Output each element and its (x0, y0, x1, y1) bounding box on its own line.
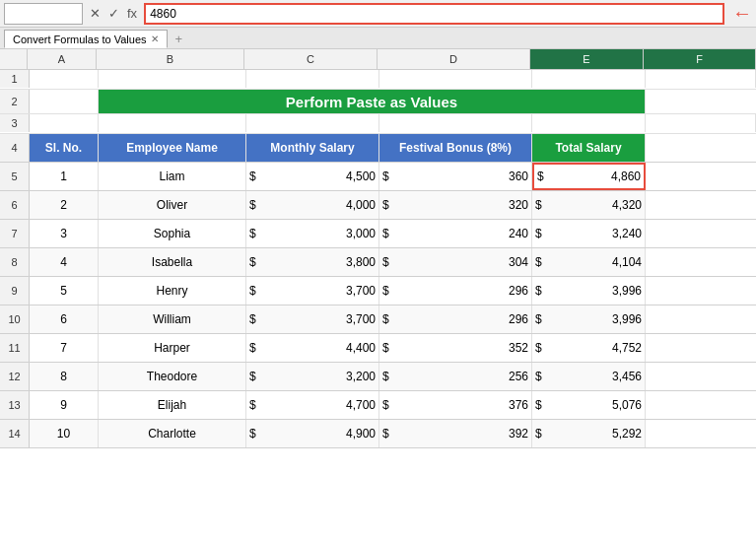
cell-bonus-7[interactable]: $240 (379, 220, 532, 247)
cell-bonus-10[interactable]: $296 (379, 305, 532, 333)
cell-bonus-14[interactable]: $392 (379, 420, 532, 447)
cell-total-10[interactable]: $3,996 (532, 305, 646, 333)
cell-total-11[interactable]: $4,752 (532, 334, 646, 362)
cell-b4[interactable]: Employee Name (99, 134, 246, 162)
data-rows: 5 1 Liam $4,500 $360 $4,860 6 2 Oliver $… (0, 163, 756, 448)
cell-sl-9[interactable]: 5 (30, 277, 99, 305)
row-3: 3 (0, 114, 756, 134)
cell-total-13[interactable]: $5,076 (532, 391, 646, 419)
row-11: 11 7 Harper $4,400 $352 $4,752 (0, 334, 756, 363)
col-header-b: B (97, 49, 244, 69)
row-13: 13 9 Elijah $4,700 $376 $5,076 (0, 391, 756, 420)
cell-c3[interactable] (246, 114, 379, 132)
cell-sl-11[interactable]: 7 (30, 334, 99, 362)
cell-total-7[interactable]: $3,240 (532, 220, 646, 247)
cell-name-12[interactable]: Theodore (99, 363, 246, 390)
formula-value: 4860 (150, 7, 176, 21)
rownum-8: 8 (0, 248, 30, 276)
function-icon[interactable]: fx (124, 6, 140, 21)
cell-total-9[interactable]: $3,996 (532, 277, 646, 305)
rownum-7: 7 (0, 220, 30, 247)
confirm-icon[interactable]: ✓ (105, 6, 122, 21)
cell-name-9[interactable]: Henry (99, 277, 246, 305)
cell-name-14[interactable]: Charlotte (99, 420, 246, 447)
cell-bonus-13[interactable]: $376 (379, 391, 532, 419)
cell-name-10[interactable]: William (99, 305, 246, 333)
cell-f3[interactable] (646, 114, 756, 132)
rownum-10: 10 (0, 305, 30, 333)
cell-sl-6[interactable]: 2 (30, 191, 99, 219)
cell-salary-5[interactable]: $4,500 (246, 163, 379, 190)
cell-bonus-9[interactable]: $296 (379, 277, 532, 305)
cell-a1[interactable] (30, 70, 99, 88)
sheet-tab[interactable]: Convert Formulas to Values ✕ (4, 30, 168, 48)
row-14: 14 10 Charlotte $4,900 $392 $5,292 (0, 420, 756, 448)
cell-sl-10[interactable]: 6 (30, 305, 99, 333)
cell-b3[interactable] (99, 114, 246, 132)
cell-salary-12[interactable]: $3,200 (246, 363, 379, 390)
arrow-indicator: ← (732, 2, 752, 25)
rownum-5: 5 (0, 163, 30, 190)
row-12: 12 8 Theodore $3,200 $256 $3,456 (0, 363, 756, 391)
cell-sl-5[interactable]: 1 (30, 163, 99, 190)
cell-b1[interactable] (99, 70, 246, 88)
cell-name-11[interactable]: Harper (99, 334, 246, 362)
cell-salary-9[interactable]: $3,700 (246, 277, 379, 305)
cell-a2[interactable] (30, 90, 99, 113)
cell-bonus-8[interactable]: $304 (379, 248, 532, 276)
formula-bar: F5 ✕ ✓ fx 4860 ← (0, 0, 756, 28)
cell-bonus-11[interactable]: $352 (379, 334, 532, 362)
cell-name-13[interactable]: Elijah (99, 391, 246, 419)
cell-e3[interactable] (532, 114, 646, 132)
cell-sl-7[interactable]: 3 (30, 220, 99, 247)
cell-a4[interactable]: Sl. No. (30, 134, 99, 162)
cell-salary-8[interactable]: $3,800 (246, 248, 379, 276)
rownum-1: 1 (0, 70, 30, 88)
cell-salary-11[interactable]: $4,400 (246, 334, 379, 362)
cell-f1[interactable] (646, 70, 756, 88)
cell-salary-10[interactable]: $3,700 (246, 305, 379, 333)
rownum-3: 3 (0, 114, 30, 132)
cell-total-8[interactable]: $4,104 (532, 248, 646, 276)
cell-bonus-6[interactable]: $320 (379, 191, 532, 219)
rownum-9: 9 (0, 277, 30, 305)
cell-sl-14[interactable]: 10 (30, 420, 99, 447)
tab-close-icon[interactable]: ✕ (151, 34, 159, 44)
cell-d3[interactable] (379, 114, 532, 132)
cell-d1[interactable] (379, 70, 532, 88)
cell-total-14[interactable]: $5,292 (532, 420, 646, 447)
cell-f4[interactable]: Total Salary (532, 134, 646, 162)
cell-sl-13[interactable]: 9 (30, 391, 99, 419)
cell-salary-13[interactable]: $4,700 (246, 391, 379, 419)
formula-input[interactable]: 4860 (144, 3, 724, 25)
cell-name-7[interactable]: Sophia (99, 220, 246, 247)
row-5: 5 1 Liam $4,500 $360 $4,860 (0, 163, 756, 191)
cell-sl-12[interactable]: 8 (30, 363, 99, 390)
cell-c4[interactable]: Monthly Salary (246, 134, 379, 162)
cell-salary-6[interactable]: $4,000 (246, 191, 379, 219)
cell-name-5[interactable]: Liam (99, 163, 246, 190)
col-header-f: F (644, 49, 756, 69)
cell-sl-8[interactable]: 4 (30, 248, 99, 276)
cell-name-8[interactable]: Isabella (99, 248, 246, 276)
row-6: 6 2 Oliver $4,000 $320 $4,320 (0, 191, 756, 220)
cell-salary-14[interactable]: $4,900 (246, 420, 379, 447)
cell-total-5[interactable]: $4,860 (532, 163, 646, 190)
cell-name-6[interactable]: Oliver (99, 191, 246, 219)
formula-bar-icons: ✕ ✓ fx (87, 6, 140, 21)
title-cell: Perform Paste as Values (99, 90, 646, 113)
cell-d4[interactable]: Festival Bonus (8%) (379, 134, 532, 162)
cell-c1[interactable] (246, 70, 379, 88)
cell-bonus-5[interactable]: $360 (379, 163, 532, 190)
rownum-11: 11 (0, 334, 30, 362)
new-tab-button[interactable]: + (170, 30, 189, 48)
cell-total-6[interactable]: $4,320 (532, 191, 646, 219)
cell-e1[interactable] (532, 70, 646, 88)
cell-bonus-12[interactable]: $256 (379, 363, 532, 390)
cell-total-12[interactable]: $3,456 (532, 363, 646, 390)
cell-a3[interactable] (30, 114, 99, 132)
rownum-2: 2 (0, 90, 30, 113)
cancel-icon[interactable]: ✕ (87, 6, 103, 21)
name-box[interactable]: F5 (4, 3, 83, 25)
cell-salary-7[interactable]: $3,000 (246, 220, 379, 247)
